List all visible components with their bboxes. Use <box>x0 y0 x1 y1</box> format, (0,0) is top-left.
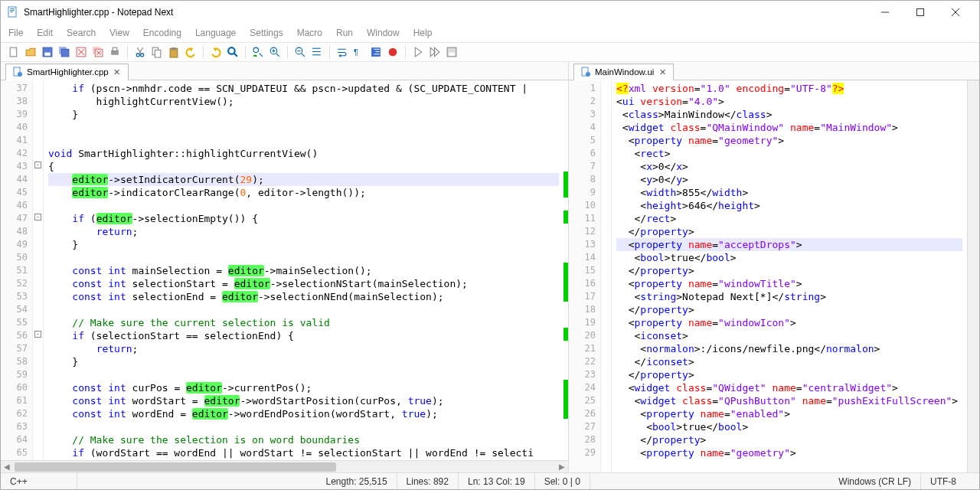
svg-rect-1 <box>10 8 15 9</box>
tab-close-icon[interactable]: ✕ <box>658 67 667 77</box>
menu-help[interactable]: Help <box>413 28 433 38</box>
minimize-button[interactable] <box>867 1 903 24</box>
svg-point-52 <box>18 72 22 77</box>
save-icon[interactable] <box>41 45 54 59</box>
save-all-icon[interactable] <box>57 45 71 59</box>
toolbar: ¶ <box>1 42 979 62</box>
svg-rect-8 <box>10 47 17 57</box>
window-title: SmartHighlighter.cpp - Notepad Next <box>24 7 173 18</box>
svg-line-39 <box>302 54 305 57</box>
save-macro-icon[interactable] <box>445 45 459 59</box>
svg-rect-10 <box>44 53 50 56</box>
status-selection: Sel: 0 | 0 <box>535 473 590 489</box>
scroll-left-arrow-icon[interactable]: ◀ <box>1 462 13 471</box>
tab-label: SmartHighlighter.cpp <box>27 67 109 77</box>
cut-icon[interactable] <box>133 45 147 59</box>
status-lines: Lines: 892 <box>397 473 459 489</box>
titlebar: SmartHighlighter.cpp - Notepad Next <box>1 1 979 24</box>
close-icon[interactable] <box>74 45 88 59</box>
word-wrap-icon[interactable] <box>335 45 349 59</box>
copy-icon[interactable] <box>150 45 164 59</box>
svg-point-48 <box>389 48 397 57</box>
print-icon[interactable] <box>108 45 122 59</box>
indent-guide-icon[interactable] <box>369 45 383 59</box>
record-icon[interactable] <box>386 45 400 59</box>
zoom-in-icon[interactable] <box>268 45 282 59</box>
menu-search[interactable]: Search <box>67 28 96 38</box>
line-number-gutter[interactable]: 1234567891011121314151617181920212223242… <box>569 80 601 472</box>
svg-text:¶: ¶ <box>354 47 358 57</box>
editor-pane-right: MainWindow.ui ✕ 123456789101112131415161… <box>569 62 979 472</box>
svg-point-30 <box>228 47 235 54</box>
svg-rect-2 <box>10 10 15 11</box>
replace-icon[interactable] <box>251 45 265 59</box>
svg-rect-50 <box>449 53 454 56</box>
status-length: Length: 25,515 <box>316 473 397 489</box>
sync-scroll-icon[interactable] <box>310 45 324 59</box>
change-bar <box>564 80 568 460</box>
open-icon[interactable] <box>24 45 38 59</box>
svg-rect-29 <box>172 47 175 50</box>
show-all-icon[interactable]: ¶ <box>352 45 366 59</box>
redo-icon[interactable] <box>209 45 223 59</box>
menu-settings[interactable]: Settings <box>250 28 283 38</box>
paste-icon[interactable] <box>167 45 181 59</box>
statusbar: C++ Length: 25,515 Lines: 892 Ln: 13 Col… <box>1 472 979 489</box>
workspace: SmartHighlighter.cpp ✕ 37383940414243444… <box>1 62 979 472</box>
svg-line-36 <box>276 54 279 57</box>
svg-rect-27 <box>155 50 160 57</box>
status-eol[interactable]: Windows (CR LF) <box>829 473 921 489</box>
maximize-button[interactable] <box>903 1 938 24</box>
status-encoding[interactable]: UTF-8 <box>921 473 965 489</box>
fold-margin[interactable] <box>601 80 612 472</box>
scroll-right-arrow-icon[interactable]: ▶ <box>556 462 568 471</box>
tab-smarthighlighter[interactable]: SmartHighlighter.cpp ✕ <box>5 64 129 80</box>
svg-line-31 <box>234 54 237 57</box>
code-area-left[interactable]: if (pscn->nmhdr.code == SCN_UPDATEUI && … <box>44 80 564 460</box>
close-button[interactable] <box>938 1 973 24</box>
play-multi-icon[interactable] <box>428 45 442 59</box>
code-area-right[interactable]: <?xml version="1.0" encoding="UTF-8"?><u… <box>612 80 967 472</box>
status-language[interactable]: C++ <box>1 473 77 489</box>
tabbar-left: SmartHighlighter.cpp ✕ <box>1 62 568 80</box>
menu-run[interactable]: Run <box>336 28 353 38</box>
menu-file[interactable]: File <box>8 28 23 38</box>
svg-rect-3 <box>10 11 13 12</box>
file-icon <box>580 67 591 77</box>
svg-point-32 <box>253 47 258 52</box>
file-icon <box>12 67 23 77</box>
new-icon[interactable] <box>7 45 21 59</box>
line-number-gutter[interactable]: 3738394041424344454647484950515253545556… <box>1 80 33 460</box>
zoom-out-icon[interactable] <box>293 45 307 59</box>
menu-encoding[interactable]: Encoding <box>143 28 181 38</box>
tab-mainwindow-ui[interactable]: MainWindow.ui ✕ <box>573 64 674 80</box>
editor-left[interactable]: 3738394041424344454647484950515253545556… <box>1 80 568 460</box>
scroll-thumb[interactable] <box>15 462 336 472</box>
close-all-icon[interactable] <box>91 45 105 59</box>
menu-edit[interactable]: Edit <box>37 28 53 38</box>
editor-pane-left: SmartHighlighter.cpp ✕ 37383940414243444… <box>1 62 569 472</box>
tabbar-right: MainWindow.ui ✕ <box>569 62 979 80</box>
menu-language[interactable]: Language <box>195 28 236 38</box>
menubar: FileEditSearchViewEncodingLanguageSettin… <box>1 24 979 42</box>
app-icon <box>7 6 19 18</box>
svg-rect-21 <box>113 47 116 51</box>
editor-right[interactable]: 1234567891011121314151617181920212223242… <box>569 80 979 472</box>
play-icon[interactable] <box>411 45 425 59</box>
tab-label: MainWindow.ui <box>595 67 654 77</box>
svg-point-54 <box>586 72 590 77</box>
undo-icon[interactable] <box>184 45 198 59</box>
status-position: Ln: 13 Col: 19 <box>459 473 535 489</box>
tab-close-icon[interactable]: ✕ <box>113 67 122 77</box>
hscrollbar-left[interactable]: ◀ ▶ <box>1 460 568 472</box>
menu-window[interactable]: Window <box>367 28 400 38</box>
find-icon[interactable] <box>226 45 240 59</box>
fold-margin[interactable]: --- <box>33 80 44 460</box>
menu-view[interactable]: View <box>109 28 129 38</box>
svg-rect-12 <box>61 49 69 57</box>
menu-macro[interactable]: Macro <box>297 28 322 38</box>
svg-rect-5 <box>917 9 924 16</box>
vscrollbar-right[interactable] <box>967 80 979 472</box>
